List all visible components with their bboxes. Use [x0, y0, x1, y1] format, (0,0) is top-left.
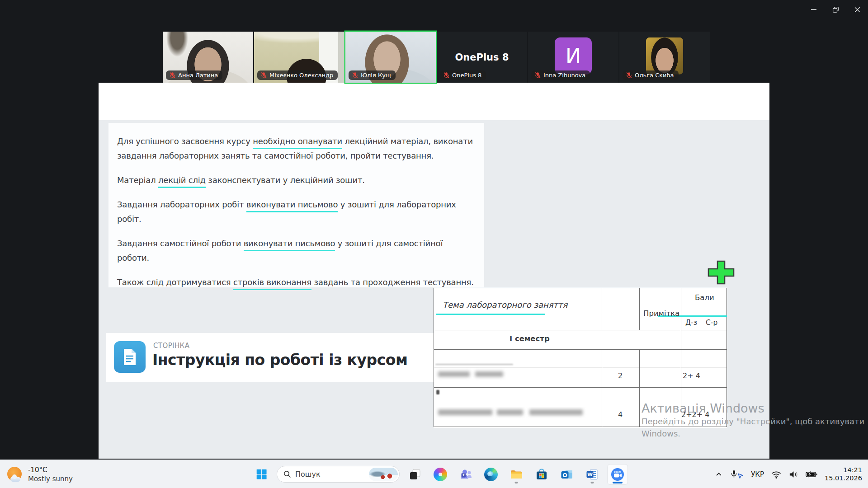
zoom-meeting-window: Анна ЛатинаМіхеєнко ОлександрЮлія КущOne…	[0, 0, 868, 488]
table-header-topic: Тема лабораторного заняття	[443, 300, 567, 310]
participant-tile[interactable]: OnePlus 8OnePlus 8	[437, 32, 527, 83]
muted-mic-icon	[443, 72, 450, 79]
teams-icon: T	[459, 468, 472, 481]
outlook-taskbar-button[interactable]: O	[557, 465, 577, 484]
file-explorer-taskbar-button[interactable]	[506, 465, 526, 484]
file-explorer-icon	[509, 468, 523, 481]
page-title: Інструкція по роботі із курсом	[152, 351, 407, 369]
task-view-icon	[408, 468, 422, 481]
table-subheader-dz: Д-з	[685, 319, 697, 327]
svg-text:T: T	[462, 473, 465, 477]
paragraph: Завдання самостійної роботи виконувати п…	[117, 236, 484, 265]
muted-mic-icon	[169, 72, 176, 79]
redacted-text	[438, 409, 492, 415]
letter-avatar: И	[555, 37, 592, 74]
word-taskbar-button[interactable]: W	[582, 465, 602, 484]
mic-location-indicator-icon[interactable]	[730, 469, 744, 479]
store-taskbar-button[interactable]	[532, 465, 552, 484]
restore-button[interactable]	[825, 0, 846, 19]
windows-activation-watermark: Активація Windows Перейдіть до розділу "…	[642, 402, 864, 440]
paragraph: Також слід дотримуватися строків виконан…	[117, 275, 484, 290]
table-subheader-sr: С-р	[706, 319, 717, 327]
avatar	[646, 37, 683, 74]
muted-mic-icon	[352, 72, 359, 79]
participant-name-label: Ольга Скиба	[623, 70, 679, 80]
search-daily-image[interactable]	[369, 468, 398, 481]
close-button[interactable]	[846, 0, 868, 19]
watermark-line3: Windows.	[642, 427, 864, 440]
clock[interactable]: 14:21 15.01.2026	[825, 466, 862, 482]
table-semester: І семестр	[509, 334, 550, 343]
teams-taskbar-button[interactable]: T	[456, 465, 476, 484]
muted-mic-icon	[626, 72, 632, 79]
minimize-button[interactable]	[803, 0, 825, 19]
participant-tile[interactable]: Ольга Скиба	[619, 32, 710, 83]
search-icon	[283, 470, 291, 478]
taskbar-apps: TOWzoom	[405, 465, 627, 484]
participant-tile[interactable]: Анна Латина	[163, 32, 253, 83]
system-tray: УКР	[714, 460, 862, 488]
close-icon	[854, 6, 861, 13]
text: завдання лабораторних занять та самостій…	[117, 151, 434, 160]
table-row1-hours: 2	[618, 371, 623, 380]
svg-text:O: O	[562, 471, 567, 478]
page-header-block: СТОРІНКА Інструкція по роботі із курсом	[106, 333, 434, 382]
copilot-taskbar-button[interactable]	[430, 465, 450, 484]
redacted-text	[438, 371, 470, 377]
running-indicator	[613, 482, 623, 483]
text: лекційний матеріал, виконати	[342, 136, 473, 146]
participant-name-label: Анна Латина	[166, 70, 222, 80]
text: Матеріал	[117, 175, 158, 185]
zoom-taskbar-button[interactable]: zoom	[608, 465, 627, 484]
cyan-underline-table-header	[436, 314, 545, 315]
paragraph: Для успішного засвоєння курсу необхідно …	[117, 134, 484, 163]
weather-temperature: -10°C	[28, 465, 73, 474]
participant-name-label: Inna Zihunova	[531, 70, 590, 80]
copilot-icon	[434, 468, 447, 481]
language-indicator[interactable]: УКР	[751, 470, 764, 479]
participant-name: Міхеєнко Олександр	[269, 72, 333, 79]
search-placeholder: Пошук	[295, 470, 321, 479]
participant-tile[interactable]: ИInna Zihunova	[528, 32, 618, 83]
start-button[interactable]	[251, 465, 271, 484]
paragraph: Завдання лабораторних робіт виконувати п…	[117, 197, 484, 226]
text: Також слід дотримуватися	[117, 277, 233, 287]
task-view-taskbar-button[interactable]	[405, 465, 425, 484]
wifi-icon[interactable]	[771, 470, 782, 479]
participant-tile[interactable]: Міхеєнко Олександр	[254, 32, 344, 83]
participant-name: OnePlus 8	[452, 72, 481, 79]
svg-text:W: W	[587, 472, 593, 478]
search-input[interactable]: Пошук	[277, 466, 400, 483]
table-row1-points: 2+ 4	[683, 371, 700, 380]
highlighted-text: строків виконання	[233, 277, 311, 290]
table-header-note: Примітка	[643, 309, 679, 318]
tray-time: 14:21	[825, 466, 862, 474]
participant-name: Юлія Кущ	[361, 72, 391, 79]
zoom-icon: zoom	[610, 467, 625, 482]
text: Завдання лабораторних робіт	[117, 200, 246, 209]
weather-widget[interactable]: -10°C Mostly sunny	[6, 460, 73, 488]
svg-text:zoom: zoom	[614, 470, 621, 473]
outlook-icon: O	[560, 468, 574, 481]
highlighted-text: лекцій слід	[158, 175, 206, 188]
volume-icon[interactable]	[788, 470, 799, 479]
running-indicator	[515, 482, 518, 483]
participant-tile[interactable]: Юлія Кущ	[345, 32, 436, 83]
document-top-band	[99, 83, 769, 120]
battery-charging-icon[interactable]	[806, 470, 818, 479]
tray-chevron-up-icon[interactable]	[714, 470, 723, 479]
participant-filmstrip: Анна ЛатинаМіхеєнко ОлександрЮлія КущOne…	[163, 32, 710, 83]
windows-logo-icon	[255, 468, 268, 480]
weather-condition: Mostly sunny	[28, 474, 73, 483]
store-icon	[535, 468, 548, 481]
highlighted-text: виконувати письмово	[244, 239, 335, 251]
document-icon	[122, 348, 137, 366]
highlighted-text: необхідно опанувати	[253, 136, 342, 149]
text: Завдання самостійної роботи	[117, 239, 244, 248]
running-indicator	[591, 482, 594, 483]
edge-taskbar-button[interactable]	[481, 465, 501, 484]
table-row2-hours: 4	[618, 410, 623, 419]
tray-date: 15.01.2026	[825, 474, 862, 483]
muted-mic-icon	[534, 72, 541, 79]
page-icon	[114, 341, 146, 373]
